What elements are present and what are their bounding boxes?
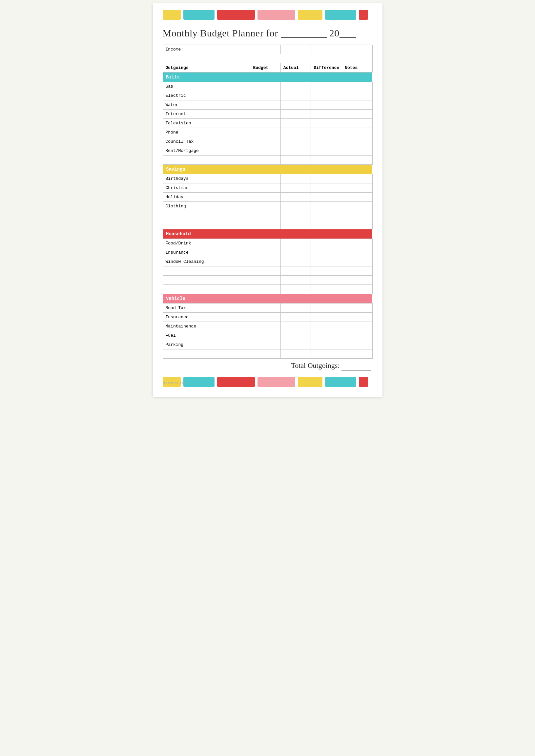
parking-diff [311,340,342,349]
row-gas: Gas [163,82,372,91]
water-notes [342,101,372,110]
row-clothing: Clothing [163,202,372,211]
parking-notes [342,340,372,349]
top-color-bar [163,10,373,20]
section-bills-header: Bills [163,73,372,82]
holiday-notes [342,192,372,202]
row-internet: Internet [163,110,372,119]
food-budget [250,239,280,248]
clothing-diff [311,202,342,211]
bar-teal-2 [325,10,356,20]
council-tax-diff [311,137,342,146]
insurance-v-actual [280,313,311,322]
gas-diff [311,82,342,91]
bottom-bar-red-2 [359,377,368,387]
window-actual [280,257,311,266]
road-tax-notes [342,304,372,313]
electric-notes [342,91,372,101]
insurance-h-notes [342,248,372,257]
row-phone: Phone [163,128,372,137]
row-food-drink: Food/Drink [163,239,372,248]
water-actual [280,101,311,110]
income-diff [311,45,342,54]
section-savings-header: Savings [163,165,372,174]
bottom-bar-yellow-2 [298,377,323,387]
income-budget [250,45,280,54]
watermark: cod4source.com [163,381,185,384]
parking-actual [280,340,311,349]
savings-label: Savings [163,165,372,174]
christmas-diff [311,184,342,192]
fuel-actual [280,331,311,340]
bills-spacer [163,156,372,165]
food-diff [311,239,342,248]
window-diff [311,257,342,266]
row-insurance-vehicle: Insurance [163,313,372,322]
internet-notes [342,110,372,119]
water-diff [311,101,342,110]
birthdays-actual [280,174,311,184]
budget-table: Income: Outgoings Budget Actual Differen… [163,44,373,359]
label-window-cleaning: Window Cleaning [163,257,250,266]
council-tax-budget [250,137,280,146]
insurance-h-actual [280,248,311,257]
maintainence-budget [250,322,280,331]
label-insurance-vehicle: Insurance [163,313,250,322]
household-label: Household [163,229,372,239]
holiday-diff [311,192,342,202]
maintainence-actual [280,322,311,331]
window-budget [250,257,280,266]
rent-diff [311,146,342,156]
label-internet: Internet [163,110,250,119]
road-tax-actual [280,304,311,313]
section-household-header: Household [163,229,372,239]
row-rent-mortgage: Rent/Mortgage [163,146,372,156]
rent-notes [342,146,372,156]
label-clothing: Clothing [163,202,250,211]
electric-budget [250,91,280,101]
row-television: Television [163,119,372,128]
bottom-bar-pink-1 [258,377,295,387]
birthdays-notes [342,174,372,184]
council-tax-actual [280,137,311,146]
birthdays-budget [250,174,280,184]
road-tax-budget [250,304,280,313]
bottom-bar-red-1 [217,377,255,387]
row-electric: Electric [163,91,372,101]
holiday-actual [280,192,311,202]
food-notes [342,239,372,248]
col-header-difference: Difference [311,63,342,73]
clothing-budget [250,202,280,211]
row-fuel: Fuel [163,331,372,340]
bar-pink-1 [258,10,295,20]
col-header-budget: Budget [250,63,280,73]
total-outgoings-area: Total Outgoings: [163,361,373,371]
christmas-notes [342,184,372,192]
row-road-tax: Road Tax [163,304,372,313]
label-food-drink: Food/Drink [163,239,250,248]
gas-budget [250,82,280,91]
income-spacer [163,54,372,63]
rent-actual [280,146,311,156]
row-maintainence: Maintainence [163,322,372,331]
fuel-diff [311,331,342,340]
label-gas: Gas [163,82,250,91]
bar-yellow-1 [163,10,181,20]
phone-diff [311,128,342,137]
label-fuel: Fuel [163,331,250,340]
insurance-v-budget [250,313,280,322]
food-actual [280,239,311,248]
label-water: Water [163,101,250,110]
insurance-h-budget [250,248,280,257]
fuel-notes [342,331,372,340]
vehicle-spacer [163,349,372,359]
internet-diff [311,110,342,119]
insurance-h-diff [311,248,342,257]
bills-label: Bills [163,73,372,82]
row-water: Water [163,101,372,110]
maintainence-notes [342,322,372,331]
internet-actual [280,110,311,119]
bottom-bar-teal-2 [325,377,356,387]
label-parking: Parking [163,340,250,349]
label-road-tax: Road Tax [163,304,250,313]
